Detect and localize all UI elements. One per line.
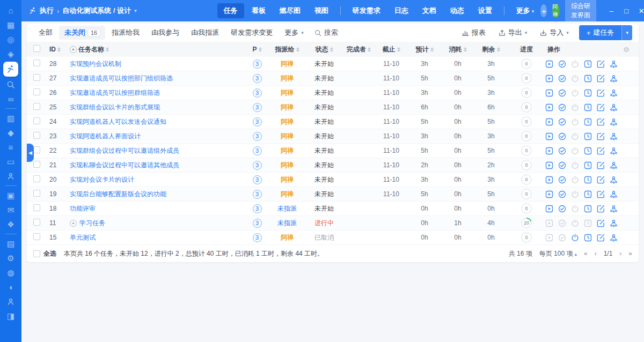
action-finish-icon[interactable] bbox=[558, 205, 566, 213]
action-record-icon[interactable] bbox=[584, 75, 592, 83]
import-button[interactable]: 导入 ▾ bbox=[535, 26, 574, 40]
row-checkbox[interactable] bbox=[33, 132, 40, 139]
action-team-icon[interactable] bbox=[610, 89, 618, 97]
assignee[interactable]: 阿禅 bbox=[268, 175, 306, 184]
footer-select-all-checkbox[interactable] bbox=[33, 250, 40, 257]
row-checkbox[interactable] bbox=[33, 117, 40, 124]
task-name-link[interactable]: 实现阿道机器人界面设计 bbox=[70, 132, 141, 141]
filter-tab-研发需求变更[interactable]: 研发需求变更 bbox=[225, 26, 278, 40]
task-name-link[interactable]: 单元测试 bbox=[70, 233, 96, 242]
select-all-checkbox[interactable] bbox=[33, 45, 40, 52]
sidebar-app-kanban-icon[interactable]: ▥ bbox=[3, 111, 18, 125]
action-edit-icon[interactable] bbox=[597, 75, 605, 83]
task-name-link[interactable]: 实现群组会议过程中可以邀请组外成员 bbox=[70, 146, 179, 155]
action-record-icon[interactable] bbox=[584, 118, 592, 126]
action-edit-icon[interactable] bbox=[597, 132, 605, 140]
sidebar-app-meeting-icon[interactable]: ▭ bbox=[3, 155, 18, 168]
col-finisher[interactable]: 完成者 bbox=[342, 45, 375, 54]
action-start-icon[interactable] bbox=[545, 118, 553, 126]
sidebar-app-bi-icon[interactable]: ◆ bbox=[3, 126, 18, 139]
action-team-icon[interactable] bbox=[610, 161, 618, 169]
assignee[interactable]: 阿禅 bbox=[268, 146, 306, 155]
sidebar-app-feedback-icon[interactable]: ◖ bbox=[3, 280, 18, 294]
minimize-icon[interactable]: – bbox=[605, 4, 618, 17]
sidebar-app-admin-icon[interactable]: ⚙ bbox=[3, 251, 18, 265]
action-edit-icon[interactable] bbox=[597, 190, 605, 198]
action-start-icon[interactable] bbox=[545, 89, 553, 97]
action-edit-icon[interactable] bbox=[597, 103, 605, 111]
last-page-icon[interactable]: » bbox=[628, 250, 632, 257]
sidebar-app-message-icon[interactable]: ✉ bbox=[3, 203, 18, 217]
assignee[interactable]: 阿禅 bbox=[268, 161, 306, 170]
action-record-icon[interactable] bbox=[584, 132, 592, 140]
col-name[interactable]: +任务名称 bbox=[70, 45, 246, 54]
filter-tab-指派给我[interactable]: 指派给我 bbox=[106, 26, 145, 40]
action-start-icon[interactable] bbox=[545, 75, 553, 83]
action-start-icon[interactable] bbox=[545, 103, 553, 111]
action-start-icon[interactable] bbox=[545, 60, 553, 68]
task-name-link[interactable]: 实现对会议卡片的设计 bbox=[70, 175, 134, 184]
action-finish-icon[interactable] bbox=[558, 60, 566, 68]
action-edit-icon[interactable] bbox=[597, 60, 605, 68]
assignee[interactable]: 阿禅 bbox=[268, 132, 306, 141]
action-record-icon[interactable] bbox=[584, 161, 592, 169]
export-button[interactable]: 导出 ▾ bbox=[494, 26, 532, 40]
action-start-icon[interactable] bbox=[545, 190, 553, 198]
row-checkbox[interactable] bbox=[33, 233, 40, 240]
assignee[interactable]: 未指派 bbox=[268, 204, 306, 213]
assignee[interactable]: 阿禅 bbox=[268, 60, 306, 69]
assignee[interactable]: 阿禅 bbox=[268, 190, 306, 199]
col-consumed[interactable]: 消耗 bbox=[441, 45, 474, 54]
sidebar-app-qa-icon[interactable] bbox=[3, 78, 18, 91]
page-size-select[interactable]: 每页 100 项▴ bbox=[539, 249, 577, 258]
action-start-icon[interactable] bbox=[545, 161, 553, 169]
action-finish-icon[interactable] bbox=[558, 147, 566, 155]
row-checkbox[interactable] bbox=[33, 161, 40, 168]
workspace-switch-button[interactable]: 综合研发界面 bbox=[565, 0, 597, 23]
action-start-icon[interactable] bbox=[545, 132, 553, 140]
task-name-link[interactable]: 实现邀请成员可以按照部门组织筛选 bbox=[70, 74, 173, 83]
filter-tab-由我参与[interactable]: 由我参与 bbox=[146, 26, 185, 40]
action-team-icon[interactable] bbox=[610, 60, 618, 68]
quick-create-button[interactable]: + bbox=[540, 4, 547, 17]
task-name-link[interactable]: 实现邀请成员可以按照群组筛选 bbox=[70, 88, 160, 98]
action-finish-icon[interactable] bbox=[558, 132, 566, 140]
action-team-icon[interactable] bbox=[610, 103, 618, 111]
action-start-icon[interactable] bbox=[545, 205, 553, 213]
nav-tab-文档[interactable]: 文档 bbox=[416, 3, 443, 18]
col-priority[interactable]: P bbox=[246, 46, 268, 53]
row-checkbox[interactable] bbox=[33, 146, 40, 153]
col-remain[interactable]: 剩余 bbox=[474, 45, 508, 54]
action-finish-icon[interactable] bbox=[558, 89, 566, 97]
action-record-icon[interactable] bbox=[584, 103, 592, 111]
sidebar-app-group-icon[interactable] bbox=[3, 169, 18, 183]
action-record-icon[interactable] bbox=[584, 205, 592, 213]
action-team-icon[interactable] bbox=[610, 205, 618, 213]
action-finish-icon[interactable] bbox=[558, 176, 566, 184]
sidebar-app-account-icon[interactable] bbox=[3, 295, 18, 308]
action-edit-icon[interactable] bbox=[597, 118, 605, 126]
row-checkbox[interactable] bbox=[33, 60, 40, 66]
task-name-link[interactable]: 功能评审 bbox=[70, 204, 96, 213]
filter-tab-由我指派[interactable]: 由我指派 bbox=[186, 26, 224, 40]
action-start-icon[interactable] bbox=[545, 176, 553, 184]
action-record-icon[interactable] bbox=[584, 190, 592, 198]
select-all-label[interactable]: 全选 bbox=[43, 249, 56, 258]
nav-tab-设置[interactable]: 设置 bbox=[472, 3, 499, 18]
nav-tab-燃尽图[interactable]: 燃尽图 bbox=[273, 3, 307, 18]
action-record-icon[interactable] bbox=[584, 176, 592, 184]
col-id[interactable]: ID bbox=[49, 46, 70, 53]
row-checkbox[interactable] bbox=[33, 175, 40, 182]
assignee[interactable]: 阿禅 bbox=[268, 117, 306, 127]
row-checkbox[interactable] bbox=[33, 103, 40, 110]
nav-tab-更多[interactable]: 更多▾ bbox=[510, 3, 541, 18]
expand-all-icon[interactable]: + bbox=[70, 46, 77, 53]
expand-task-icon[interactable]: + bbox=[70, 220, 77, 227]
action-close-icon[interactable] bbox=[571, 234, 579, 242]
action-edit-icon[interactable] bbox=[597, 176, 605, 184]
action-team-icon[interactable] bbox=[610, 132, 618, 140]
sidebar-app-project-icon[interactable]: ◈ bbox=[3, 47, 18, 61]
action-team-icon[interactable] bbox=[610, 118, 618, 126]
action-record-icon[interactable] bbox=[584, 147, 592, 155]
action-team-icon[interactable] bbox=[610, 75, 618, 83]
